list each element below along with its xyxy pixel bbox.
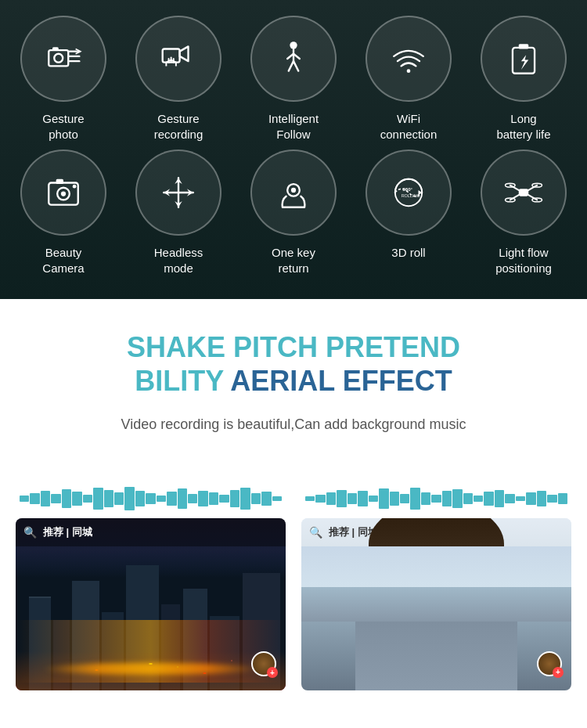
feature-one-key-return: One keyreturn: [238, 150, 349, 276]
person-screenshot: 🔍 推荐 | 同城 +: [301, 518, 571, 690]
headless-mode-label: Headlessmode: [154, 245, 203, 276]
one-key-return-icon: [250, 150, 337, 236]
city-screenshot-wrapper: 🔍 推荐 | 同城 +: [16, 483, 286, 690]
svg-line-15: [289, 61, 294, 71]
feature-gesture-recording: Gesturerecording: [123, 16, 234, 142]
svg-point-24: [73, 185, 77, 189]
city-app-tabs: 推荐 | 同城: [43, 525, 92, 539]
intelligent-follow-label: IntelligentFollow: [268, 111, 319, 142]
light-flow-label: Light flowpositioning: [495, 245, 552, 276]
svg-rect-2: [52, 47, 59, 51]
gesture-photo-label: Gesturephoto: [42, 111, 84, 142]
svg-point-32: [291, 188, 296, 193]
person-waveform: [301, 483, 571, 514]
headless-mode-icon: [135, 150, 221, 236]
feature-wifi: WiFiconnection: [353, 16, 464, 142]
svg-rect-0: [49, 50, 68, 66]
wifi-label: WiFiconnection: [380, 111, 438, 142]
feature-intelligent-follow: IntelligentFollow: [238, 16, 349, 142]
pitch-section: SHAKE PITCH PRETEND BILITY AERIAL EFFECT…: [0, 299, 587, 483]
feature-3d-roll: 360° ROLLING 3D roll: [353, 150, 464, 276]
svg-text:360°: 360°: [402, 186, 412, 192]
intelligent-follow-icon: [250, 16, 337, 102]
pitch-title-blue: SHAKE PITCH PRETEND: [127, 331, 460, 363]
city-app-header: 🔍 推荐 | 同城: [16, 518, 286, 546]
feature-beauty-camera: BeautyCamera: [8, 150, 119, 276]
gesture-recording-label: Gesturerecording: [154, 111, 203, 142]
person-search-icon: 🔍: [309, 526, 322, 539]
svg-point-17: [407, 69, 411, 73]
svg-point-22: [61, 191, 66, 196]
svg-line-16: [294, 61, 298, 71]
battery-icon: [481, 16, 567, 102]
beauty-camera-icon: [20, 150, 106, 236]
city-screenshot: 🔍 推荐 | 同城 +: [16, 518, 286, 690]
svg-point-11: [290, 41, 297, 49]
features-grid: Gesturephoto Gesturerecording: [8, 16, 579, 276]
feature-headless-mode: Headlessmode: [123, 150, 234, 276]
person-screenshot-wrapper: 🔍 推荐 | 同城 +: [301, 483, 571, 690]
svg-point-1: [54, 54, 63, 63]
light-flow-icon: [481, 150, 567, 236]
svg-rect-19: [519, 44, 529, 49]
3d-roll-icon: 360° ROLLING: [366, 150, 452, 236]
pitch-subtitle: Video recording is beautiful,Can add bac…: [47, 413, 540, 436]
feature-gesture-photo: Gesturephoto: [8, 16, 119, 142]
svg-marker-7: [180, 46, 189, 61]
svg-rect-23: [56, 179, 63, 184]
pitch-title: SHAKE PITCH PRETEND BILITY AERIAL EFFECT: [47, 330, 540, 398]
svg-text:ROLLING: ROLLING: [402, 193, 420, 198]
long-battery-label: Longbattery life: [496, 111, 550, 142]
feature-long-battery: Longbattery life: [468, 16, 579, 142]
gesture-photo-icon: [20, 16, 106, 102]
screenshots-section: 🔍 推荐 | 同城 +: [0, 483, 587, 706]
3d-roll-label: 3D roll: [391, 245, 425, 261]
pitch-title-dark: BILITY: [135, 365, 230, 397]
features-section: Gesturephoto Gesturerecording: [0, 0, 587, 299]
city-waveform: [16, 483, 286, 514]
svg-rect-37: [519, 189, 529, 196]
beauty-camera-label: BeautyCamera: [42, 245, 84, 276]
gesture-recording-icon: [135, 16, 221, 102]
city-search-icon: 🔍: [23, 526, 37, 539]
feature-light-flow: Light flowpositioning: [468, 150, 579, 276]
one-key-return-label: One keyreturn: [272, 245, 315, 276]
wifi-icon: [366, 16, 452, 102]
